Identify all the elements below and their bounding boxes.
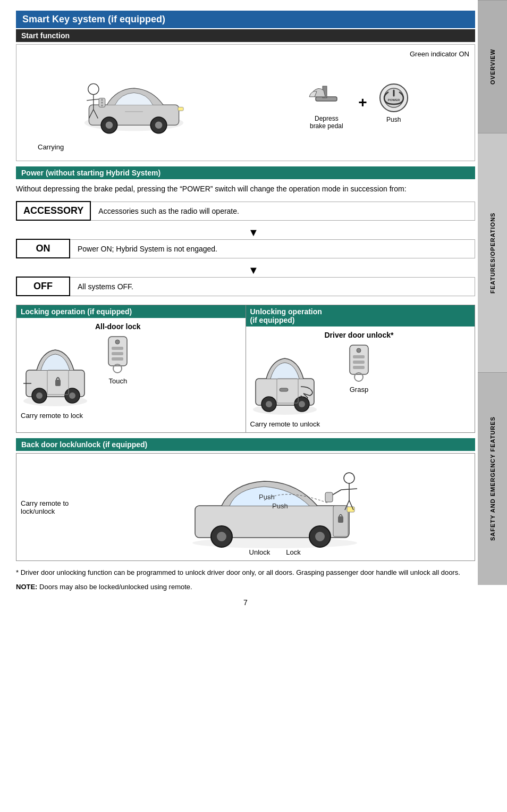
on-label: ON bbox=[16, 239, 70, 258]
lock-car-svg bbox=[21, 322, 90, 407]
svg-point-55 bbox=[315, 532, 325, 541]
on-desc: Power ON; Hybrid System is not engaged. bbox=[70, 239, 475, 258]
svg-rect-29 bbox=[55, 380, 61, 386]
svg-rect-33 bbox=[112, 352, 123, 355]
svg-rect-48 bbox=[353, 366, 365, 369]
locking-header: Locking operation (if equipped) bbox=[16, 305, 246, 318]
svg-point-14 bbox=[101, 99, 103, 101]
key-fob-lock-svg bbox=[103, 334, 132, 374]
back-door-header: Back door lock/unlock (if equipped) bbox=[16, 438, 475, 451]
back-door-inner: Carry remote to lock/unlock bbox=[21, 458, 470, 556]
grasp-label: Grasp bbox=[350, 386, 368, 394]
page-number: 7 bbox=[16, 598, 475, 607]
brake-svg bbox=[305, 76, 348, 113]
svg-text:POWER: POWER bbox=[387, 98, 400, 102]
lock-label: Lock bbox=[286, 548, 300, 556]
depress-label: Depressbrake pedal bbox=[310, 115, 343, 130]
accessory-row: ACCESSORY Accessories such as the radio … bbox=[16, 202, 475, 220]
power-description: Without depressing the brake pedal, pres… bbox=[16, 183, 475, 195]
accessory-desc: Accessories such as the radio will opera… bbox=[90, 202, 475, 220]
arrow-down-1: ▼ bbox=[16, 227, 475, 238]
svg-text:Push: Push bbox=[272, 502, 288, 510]
sidebar-tab-safety: SAFETY AND EMERGENCY FEATURES bbox=[478, 372, 507, 585]
lock-text-area: All-door lock Touch bbox=[95, 322, 141, 385]
unlock-label: Unlock bbox=[249, 548, 271, 556]
carrying-label: Carrying bbox=[38, 143, 64, 151]
push-item: POWER Push bbox=[378, 82, 410, 123]
key-fob-unlock-svg bbox=[344, 342, 374, 382]
svg-point-59 bbox=[344, 473, 354, 483]
svg-point-27 bbox=[69, 392, 75, 399]
svg-point-45 bbox=[357, 348, 361, 353]
on-table: ON Power ON; Hybrid System is not engage… bbox=[16, 239, 475, 258]
mode-table: ACCESSORY Accessories such as the radio … bbox=[16, 201, 475, 221]
note-footnote: NOTE: Doors may also be locked/unlocked … bbox=[16, 582, 475, 593]
car-svg bbox=[75, 65, 192, 140]
accessory-label: ACCESSORY bbox=[16, 202, 90, 220]
start-function-header: Start function bbox=[16, 29, 475, 42]
car-illustration: Carrying bbox=[22, 50, 246, 155]
off-table: OFF All systems OFF. bbox=[16, 277, 475, 296]
svg-point-53 bbox=[217, 532, 226, 541]
sidebar-tab-features: FEATURES/OPERATIONS bbox=[478, 133, 507, 372]
svg-rect-6 bbox=[178, 107, 183, 111]
push-start-label: Push bbox=[386, 116, 401, 123]
all-door-lock-label: All-door lock bbox=[95, 322, 141, 331]
unlocking-header: Unlocking operation (if equipped) bbox=[246, 305, 475, 327]
sidebar-tab-overview: OVERVIEW bbox=[478, 0, 507, 133]
unlock-content: Driver door unlock* Grasp bbox=[250, 331, 471, 416]
off-label: OFF bbox=[16, 277, 70, 296]
plus-sign: + bbox=[358, 94, 367, 111]
unlock-text-area: Driver door unlock* Grasp bbox=[325, 331, 394, 394]
touch-label: Touch bbox=[108, 377, 127, 385]
unlock-car-svg bbox=[250, 331, 319, 416]
unlocking-column: Unlocking operation (if equipped) bbox=[246, 305, 475, 432]
arrow-down-2: ▼ bbox=[16, 265, 475, 275]
svg-rect-65 bbox=[325, 492, 333, 502]
key-illustration: Depressbrake pedal + PO bbox=[246, 50, 469, 155]
svg-rect-34 bbox=[112, 357, 123, 361]
lock-unlock-section: Locking operation (if equipped) bbox=[16, 305, 475, 433]
svg-text:Push: Push bbox=[259, 493, 275, 501]
main-title: Smart Key system (if equipped) bbox=[16, 11, 475, 28]
svg-rect-46 bbox=[353, 355, 365, 358]
svg-rect-47 bbox=[353, 361, 365, 364]
power-section: Power (without starting Hybrid System) W… bbox=[16, 166, 475, 296]
back-door-svg: Push Push bbox=[179, 458, 370, 548]
svg-point-5 bbox=[155, 122, 162, 129]
note-text: Doors may also be locked/unlocked using … bbox=[39, 583, 192, 591]
svg-point-16 bbox=[101, 104, 103, 106]
sidebar: OVERVIEW FEATURES/OPERATIONS SAFETY AND … bbox=[478, 0, 507, 812]
on-row: ON Power ON; Hybrid System is not engage… bbox=[16, 239, 475, 258]
note-bold-label: NOTE: bbox=[16, 583, 37, 591]
lock-content: All-door lock Touch bbox=[21, 322, 241, 407]
star-footnote: * Driver door unlocking function can be … bbox=[16, 567, 475, 579]
svg-point-15 bbox=[101, 102, 103, 103]
svg-rect-43 bbox=[280, 388, 288, 391]
svg-line-64 bbox=[332, 490, 341, 495]
start-function-box: Green indicator ON bbox=[16, 44, 475, 161]
brake-item: Depressbrake pedal bbox=[305, 76, 348, 130]
back-door-carry-label: Carry remote to lock/unlock bbox=[21, 499, 69, 515]
back-door-center: Push Push Unlock Lock bbox=[79, 458, 470, 556]
driver-door-unlock-label: Driver door unlock* bbox=[325, 331, 394, 339]
off-desc: All systems OFF. bbox=[70, 277, 475, 296]
svg-point-39 bbox=[266, 401, 272, 407]
locking-column: Locking operation (if equipped) bbox=[16, 305, 246, 432]
back-door-section: Back door lock/unlock (if equipped) Carr… bbox=[16, 438, 475, 561]
carry-to-lock-label: Carry remote to lock bbox=[21, 412, 241, 420]
svg-point-25 bbox=[36, 392, 43, 399]
svg-point-3 bbox=[105, 122, 113, 129]
green-indicator-label: Green indicator ON bbox=[410, 50, 469, 58]
back-door-box: Carry remote to lock/unlock bbox=[16, 453, 475, 561]
svg-line-61 bbox=[341, 489, 357, 490]
unlock-lock-labels: Unlock Lock bbox=[249, 548, 301, 556]
power-btn-svg: POWER bbox=[378, 82, 410, 114]
svg-point-41 bbox=[299, 401, 305, 407]
svg-point-8 bbox=[88, 83, 98, 94]
carry-to-unlock-label: Carry remote to unlock bbox=[250, 420, 471, 428]
svg-point-31 bbox=[115, 340, 120, 344]
off-row: OFF All systems OFF. bbox=[16, 277, 475, 296]
svg-rect-32 bbox=[112, 347, 123, 350]
power-header: Power (without starting Hybrid System) bbox=[16, 166, 475, 179]
